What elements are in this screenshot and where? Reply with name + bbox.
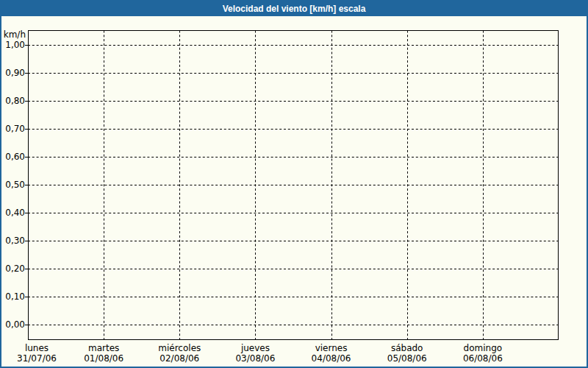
x-axis-day-label: miércoles — [139, 343, 220, 353]
chart-grid — [0, 0, 588, 368]
x-axis-label: sábado05/08/06 — [367, 343, 448, 364]
y-tick-label: 0,50 — [1, 180, 25, 190]
x-axis-day-label: martes — [63, 343, 144, 353]
x-axis-day-label: sábado — [367, 343, 448, 353]
x-axis-label: domingo06/08/06 — [442, 343, 523, 364]
x-axis-label: viernes04/08/06 — [291, 343, 372, 364]
y-tick-label: 0,60 — [1, 152, 25, 162]
x-axis-day-label: domingo — [442, 343, 523, 353]
y-axis-unit-label: km/h — [1, 29, 26, 40]
chart-window: Velocidad del viento [km/h] escala km/h1… — [0, 0, 588, 368]
x-axis-day-label: jueves — [215, 343, 295, 353]
x-axis-date-label: 03/08/06 — [215, 353, 295, 364]
x-axis-label: miércoles02/08/06 — [139, 343, 220, 364]
y-tick-label: 1,00 — [1, 40, 25, 50]
x-axis-label: martes01/08/06 — [63, 343, 144, 364]
x-axis-day-label: viernes — [291, 343, 372, 353]
y-tick-label: 0,20 — [1, 263, 25, 274]
x-axis-date-label: 05/08/06 — [367, 353, 448, 364]
y-tick-label: 0,80 — [1, 96, 25, 106]
x-axis-date-label: 04/08/06 — [291, 353, 372, 364]
x-axis-date-label: 02/08/06 — [139, 353, 220, 364]
y-tick-label: 0,30 — [1, 236, 25, 246]
x-axis-date-label: 01/08/06 — [63, 353, 144, 364]
y-tick-label: 0,40 — [1, 208, 25, 218]
y-tick-label: 0,90 — [1, 68, 25, 78]
y-tick-label: 0,10 — [1, 291, 25, 302]
y-tick-label: 0,00 — [1, 319, 25, 330]
y-tick-label: 0,70 — [1, 124, 25, 134]
wind-speed-chart: km/h1,000,900,800,700,600,500,400,300,20… — [0, 0, 588, 368]
x-axis-date-label: 06/08/06 — [442, 353, 523, 364]
x-axis-label: jueves03/08/06 — [215, 343, 295, 364]
